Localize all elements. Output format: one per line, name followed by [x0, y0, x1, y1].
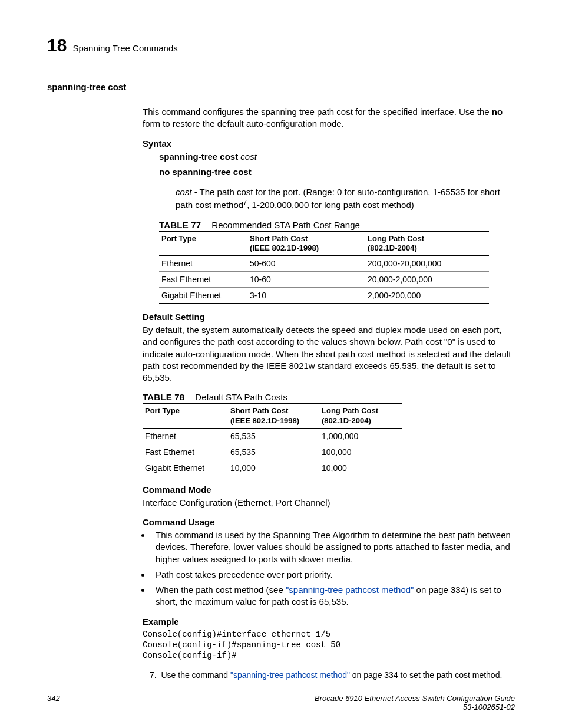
t78-h2: Short Path Cost(IEEE 802.1D-1998): [228, 404, 319, 429]
page-footer: 342 Brocade 6910 Ethernet Access Switch …: [47, 694, 515, 711]
intro-text-b: form to restore the default auto-configu…: [143, 118, 344, 129]
t78-h3: Long Path Cost(802.1D-2004): [319, 404, 402, 429]
page-header: 18 Spanning Tree Commands: [47, 35, 515, 55]
fn-num: 7.: [150, 670, 157, 680]
chapter-title: Spanning Tree Commands: [72, 43, 177, 53]
doc-title: Brocade 6910 Ethernet Access Switch Conf…: [315, 694, 515, 703]
syntax-param-desc: cost - The path cost for the port. (Rang…: [176, 186, 515, 212]
intro-no-keyword: no: [492, 107, 503, 117]
param-desc-b: , 1-200,000,000 for long path cost metho…: [247, 200, 414, 210]
intro-paragraph: This command configures the spanning tre…: [143, 106, 515, 130]
table-row: Fast Ethernet65,535100,000: [143, 444, 402, 460]
syntax-line1-arg: cost: [238, 151, 257, 162]
list-item: This command is used by the Spanning Tre…: [151, 529, 515, 565]
example-code: Console(config)#interface ethernet 1/5 C…: [143, 629, 515, 661]
table-77-caption: Recommended STA Path Cost Range: [211, 220, 360, 230]
t77-h2: Short Path Cost(IEEE 802.1D-1998): [247, 231, 365, 256]
syntax-heading: Syntax: [143, 139, 515, 149]
list-item: Path cost takes precedence over port pri…: [151, 569, 515, 581]
default-setting-text: By default, the system automatically det…: [143, 324, 515, 384]
t77-h1: Port Type: [159, 231, 247, 256]
param-name: cost: [176, 187, 192, 197]
intro-text-a: This command configures the spanning tre…: [143, 107, 492, 117]
fn-pre: Use the command: [161, 670, 230, 680]
command-usage-list: This command is used by the Spanning Tre…: [151, 529, 515, 608]
list-item: When the path cost method (see "spanning…: [151, 584, 515, 608]
table-77-label: TABLE 77: [159, 220, 201, 230]
table-78: TABLE 78Default STA Path Costs Port Type…: [143, 392, 515, 476]
command-usage-heading: Command Usage: [143, 517, 515, 527]
table-row: Gigabit Ethernet10,00010,000: [143, 460, 402, 476]
table-77: TABLE 77Recommended STA Path Cost Range …: [143, 220, 515, 304]
syntax-line1-cmd: spanning-tree cost: [159, 151, 238, 162]
default-setting-heading: Default Setting: [143, 312, 515, 322]
link-pathcost-method[interactable]: "spanning-tree pathcost method": [286, 585, 414, 595]
example-heading: Example: [143, 617, 515, 627]
command-mode-text: Interface Configuration (Ethernet, Port …: [143, 497, 515, 509]
t77-h3: Long Path Cost(802.1D-2004): [365, 231, 489, 256]
table-row: Fast Ethernet10-6020,000-2,000,000: [159, 272, 489, 288]
table-row: Ethernet50-600200,000-20,000,000: [159, 256, 489, 272]
doc-id: 53-1002651-02: [315, 703, 515, 711]
table-row: Ethernet65,5351,000,000: [143, 428, 402, 444]
syntax-line2: no spanning-tree cost: [159, 166, 515, 178]
chapter-number: 18: [47, 35, 67, 55]
page-number: 342: [47, 694, 60, 711]
link-pathcost-method-fn[interactable]: "spanning-tree pathcost method": [230, 670, 350, 680]
table-78-label: TABLE 78: [143, 392, 184, 402]
t78-h1: Port Type: [143, 404, 228, 429]
command-mode-heading: Command Mode: [143, 485, 515, 495]
footnote-7: 7. Use the command "spanning-tree pathco…: [143, 670, 515, 681]
footnote-rule: [143, 668, 237, 668]
table-row: Gigabit Ethernet3-102,000-200,000: [159, 288, 489, 304]
fn-post: on page 334 to set the path cost method.: [350, 670, 502, 680]
section-title: spanning-tree cost: [47, 82, 515, 92]
table-78-caption: Default STA Path Costs: [195, 392, 287, 402]
